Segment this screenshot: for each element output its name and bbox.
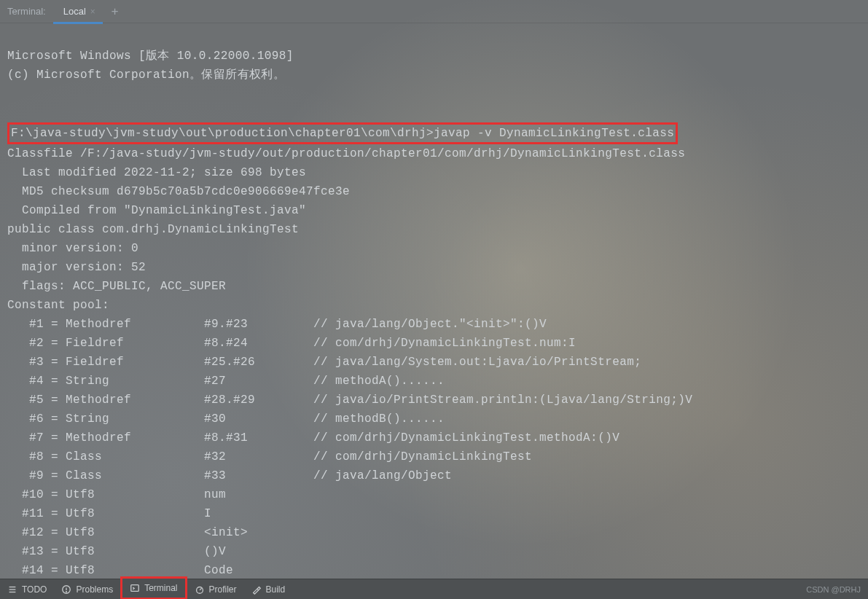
terminal-panel-label: Terminal: — [0, 6, 53, 17]
tool-label: Profiler — [209, 584, 237, 595]
warning-icon — [61, 584, 71, 595]
close-icon[interactable]: × — [90, 7, 95, 17]
terminal-line: #1 = Methodref #9.#23 // java/lang/Objec… — [7, 318, 547, 331]
terminal-line: Classfile /F:/java-study/jvm-study/out/p… — [7, 147, 685, 160]
tool-label: Terminal — [144, 583, 177, 593]
terminal-tab-bar: Terminal: Local × + — [0, 0, 868, 23]
terminal-line: #12 = Utf8 <init> — [7, 526, 248, 539]
terminal-line: #10 = Utf8 num — [7, 488, 226, 501]
tool-label: Build — [266, 584, 286, 595]
watermark-text: CSDN @DRHJ — [806, 585, 868, 594]
svg-point-5 — [66, 591, 67, 592]
terminal-command-highlight: F:\java-study\jvm-study\out\production\c… — [7, 122, 678, 144]
svg-rect-6 — [131, 584, 139, 591]
terminal-line: (c) Microsoft Corporation。保留所有权利。 — [7, 68, 285, 82]
tool-window-bar: TODO Problems Terminal Profiler — [0, 579, 868, 599]
terminal-line: #14 = Utf8 Code — [7, 564, 233, 577]
terminal-line: #8 = Class #32 // com/drhj/DynamicLinkin… — [7, 450, 532, 463]
tool-profiler[interactable]: Profiler — [187, 579, 244, 600]
tool-problems[interactable]: Problems — [54, 579, 120, 600]
terminal-line: #4 = String #27 // methodA()...... — [7, 375, 445, 388]
terminal-line: flags: ACC_PUBLIC, ACC_SUPER — [7, 280, 226, 293]
list-icon — [7, 584, 17, 595]
terminal-line: #9 = Class #33 // java/lang/Object — [7, 469, 452, 482]
terminal-output[interactable]: Microsoft Windows [版本 10.0.22000.1098] (… — [0, 23, 868, 599]
terminal-line: #3 = Fieldref #25.#26 // java/lang/Syste… — [7, 356, 641, 369]
tool-label: TODO — [22, 584, 47, 595]
hammer-icon — [251, 584, 262, 595]
tool-todo[interactable]: TODO — [0, 579, 54, 600]
terminal-tab-label: Local — [63, 6, 86, 17]
svg-line-8 — [200, 588, 202, 590]
terminal-line: public class com.drhj.DynamicLinkingTest — [7, 223, 299, 236]
terminal-line: #13 = Utf8 ()V — [7, 545, 226, 558]
add-terminal-tab-button[interactable]: + — [103, 4, 128, 18]
terminal-line: major version: 52 — [7, 261, 146, 274]
terminal-line: Compiled from "DynamicLinkingTest.java" — [7, 204, 306, 217]
terminal-line: Microsoft Windows [版本 10.0.22000.1098] — [7, 50, 294, 63]
tool-label: Problems — [76, 584, 113, 595]
tool-build[interactable]: Build — [244, 579, 293, 600]
terminal-line: #2 = Fieldref #8.#24 // com/drhj/Dynamic… — [7, 337, 576, 350]
terminal-line: #6 = String #30 // methodB()...... — [7, 412, 445, 426]
terminal-line: #11 = Utf8 I — [7, 507, 211, 520]
terminal-line: Last modified 2022-11-2; size 698 bytes — [7, 166, 306, 179]
terminal-line: Constant pool: — [7, 299, 109, 312]
tool-terminal[interactable]: Terminal — [120, 576, 187, 600]
terminal-line: #7 = Methodref #8.#31 // com/drhj/Dynami… — [7, 431, 619, 445]
terminal-line: #5 = Methodref #28.#29 // java/io/PrintS… — [7, 394, 692, 407]
gauge-icon — [195, 584, 205, 595]
terminal-tab-local[interactable]: Local × — [53, 0, 103, 23]
terminal-line: minor version: 0 — [7, 242, 138, 255]
terminal-line: MD5 checksum d679b5c70a5b7cdc0e906669e47… — [7, 185, 350, 198]
terminal-icon — [130, 583, 140, 593]
